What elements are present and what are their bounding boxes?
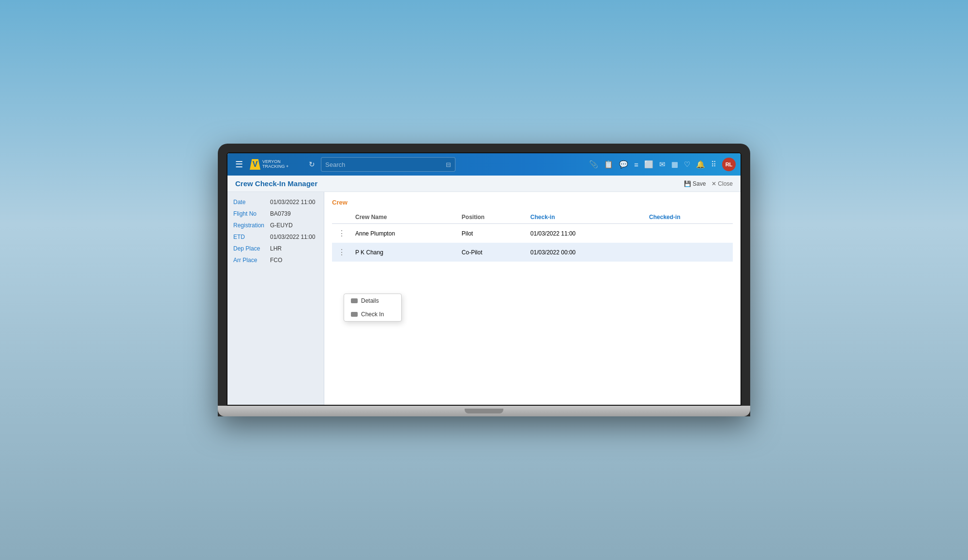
grid-icon[interactable]: ⠿ [711,160,716,169]
crew-name-1: Anne Plumpton [351,224,458,243]
hamburger-icon[interactable]: ☰ [232,157,246,172]
sidebar-label-date: Date [233,199,267,206]
row-menu-dots-2[interactable]: ⋮ [336,247,348,258]
sidebar-label-etd: ETD [233,234,267,240]
table-row: ⋮ P K Chang Co-Pilot 01/03/2022 00:00 [332,243,733,262]
laptop-notch [465,409,503,413]
col-header-name: Crew Name [351,211,458,224]
sidebar-field-depplace: Dep Place LHR [233,245,318,252]
close-button[interactable]: ✕ Close [711,180,733,187]
crew-checkedin-2 [645,243,733,262]
sidebar-field-flightno: Flight No BA0739 [233,210,318,217]
sidebar-label-depplace: Dep Place [233,245,267,252]
sidebar-value-flightno: BA0739 [270,210,291,217]
sidebar-value-date: 01/03/2022 11:00 [270,199,315,206]
sidebar: Date 01/03/2022 11:00 Flight No BA0739 R… [227,192,324,405]
save-button[interactable]: 💾 Save [684,180,706,187]
sidebar-value-depplace: LHR [270,245,282,252]
list-icon[interactable]: ≡ [634,161,638,169]
crew-table: Crew Name Position Check-in Checked-in ⋮… [332,211,733,262]
mail-icon[interactable]: ✉ [659,160,666,169]
sidebar-field-date: Date 01/03/2022 11:00 [233,199,318,206]
crew-name-2: P K Chang [351,243,458,262]
main-content: Date 01/03/2022 11:00 Flight No BA0739 R… [227,192,741,405]
save-icon: 💾 [684,180,691,187]
sidebar-field-arrplace: Arr Place FCO [233,257,318,264]
close-icon: ✕ [711,180,716,187]
search-bar[interactable]: ⊟ [321,157,455,172]
search-input[interactable] [325,161,443,168]
laptop-screen: ☰ V VERYON TRACKING + ↻ ⊟ 📎 📋 💬 ≡ ⬜ ✉ [227,152,741,406]
crew-panel: Crew Crew Name Position Check-in Checked… [324,192,741,405]
sidebar-field-etd: ETD 01/03/2022 11:00 [233,234,318,240]
sidebar-field-registration: Registration G-EUYD [233,222,318,229]
window-icon[interactable]: ⬜ [644,160,653,169]
crew-checkin-2: 01/03/2022 00:00 [527,243,645,262]
crew-position-2: Co-Pilot [458,243,527,262]
chat-icon[interactable]: 💬 [619,160,628,169]
context-menu-details-label: Details [361,297,379,304]
context-menu-checkin-label: Check In [361,311,384,318]
details-icon [351,298,358,303]
col-header-position: Position [458,211,527,224]
avatar[interactable]: RL [722,158,736,171]
page-actions: 💾 Save ✕ Close [684,180,733,187]
page-header: Crew Check-In Manager 💾 Save ✕ Close [227,176,741,192]
nav-icons: 📎 📋 💬 ≡ ⬜ ✉ ▦ ♡ 🔔 ⠿ RL [589,158,736,171]
table-icon[interactable]: ▦ [671,160,678,169]
paperclip-icon[interactable]: 📎 [589,160,598,169]
heart-icon[interactable]: ♡ [684,160,690,169]
page-title: Crew Check-In Manager [235,179,318,188]
sidebar-value-etd: 01/03/2022 11:00 [270,234,315,240]
sidebar-value-registration: G-EUYD [270,222,293,229]
bell-icon[interactable]: 🔔 [696,160,705,169]
crew-position-1: Pilot [458,224,527,243]
navbar: ☰ V VERYON TRACKING + ↻ ⊟ 📎 📋 💬 ≡ ⬜ ✉ [227,153,741,176]
sidebar-label-arrplace: Arr Place [233,257,267,264]
checkin-icon [351,312,358,317]
crew-checkedin-1 [645,224,733,243]
context-menu: Details Check In [344,294,402,322]
laptop-outer: ☰ V VERYON TRACKING + ↻ ⊟ 📎 📋 💬 ≡ ⬜ ✉ [218,144,750,416]
sidebar-value-arrplace: FCO [270,257,282,264]
crew-heading: Crew [332,199,733,206]
crew-checkin-1: 01/03/2022 11:00 [527,224,645,243]
context-menu-checkin[interactable]: Check In [344,308,401,321]
col-header-checkin: Check-in [527,211,645,224]
row-menu-dots-1[interactable]: ⋮ [336,228,348,239]
refresh-icon[interactable]: ↻ [307,158,317,171]
logo-text: VERYON TRACKING + [262,160,288,169]
laptop-base [218,406,750,416]
sidebar-label-flightno: Flight No [233,210,267,217]
notes-icon[interactable]: 📋 [604,160,613,169]
col-header-checkedin: Checked-in [645,211,733,224]
table-row: ⋮ Anne Plumpton Pilot 01/03/2022 11:00 [332,224,733,243]
sidebar-label-registration: Registration [233,222,267,229]
nav-logo: V VERYON TRACKING + [250,159,303,170]
context-menu-details[interactable]: Details [344,294,401,308]
logo-v-icon: V [250,159,260,170]
search-icon[interactable]: ⊟ [446,161,451,168]
